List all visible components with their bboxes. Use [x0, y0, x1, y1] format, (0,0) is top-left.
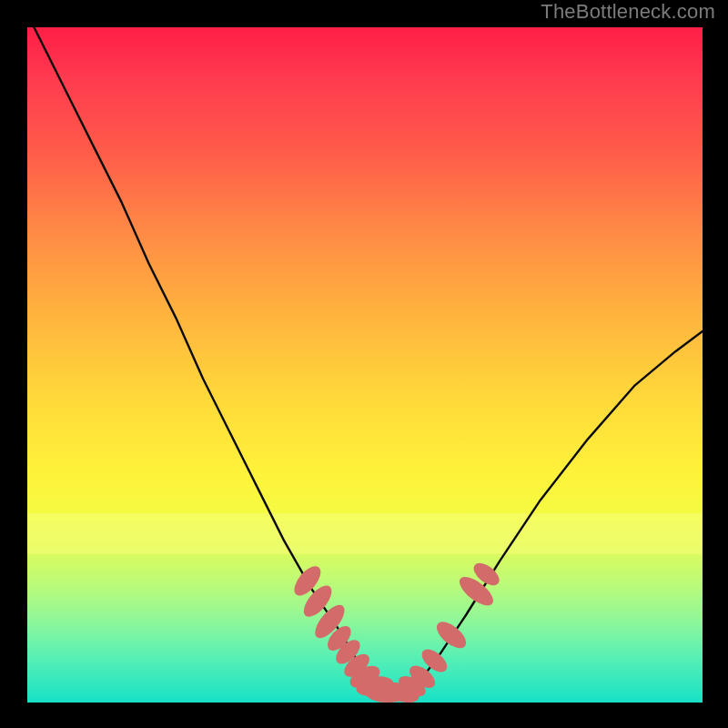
chart-svg-layer — [0, 0, 728, 728]
highlight-band — [27, 513, 703, 554]
chart-frame: TheBottleneck.com — [0, 0, 728, 728]
watermark-text: TheBottleneck.com — [541, 0, 715, 24]
curve-marker — [432, 617, 470, 653]
plot-content-group — [27, 14, 703, 706]
curve-line — [27, 14, 703, 695]
